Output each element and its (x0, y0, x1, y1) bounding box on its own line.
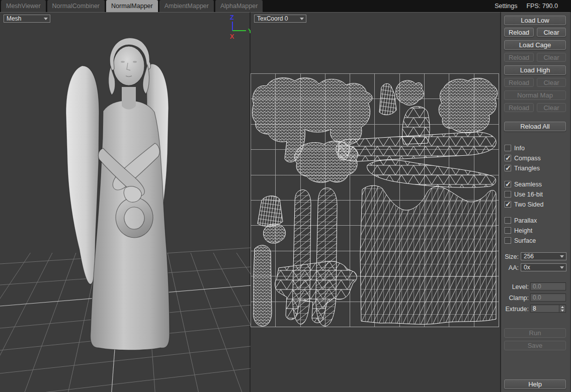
size-select[interactable]: 256 (521, 252, 566, 260)
uv-island (275, 261, 357, 323)
parallax-checkbox[interactable] (505, 217, 511, 224)
triangles-checkbox[interactable] (505, 165, 511, 171)
tab-ambientmapper[interactable]: AmbientMapper (159, 0, 214, 12)
save-button[interactable]: Save (504, 341, 566, 350)
uv-island (367, 160, 496, 187)
load-cage-button[interactable]: Load Cage (504, 40, 566, 50)
normal-map-button[interactable]: Normal Map (504, 90, 566, 100)
checkbox-row-seamless[interactable]: Seamless (505, 180, 542, 188)
extrude-label: Extrude: (501, 306, 529, 313)
spinner-down-icon[interactable] (559, 309, 565, 312)
checkbox-row-parallax[interactable]: Parallax (505, 217, 537, 224)
statue-neck (122, 87, 136, 110)
spinner-buttons[interactable] (559, 305, 565, 312)
axis-gizmo: Z Y X (230, 14, 251, 40)
clamp-input[interactable] (530, 293, 566, 302)
statue-3d-model (66, 38, 170, 350)
load-high-button[interactable]: Load High (504, 65, 566, 75)
statue-hands (124, 186, 141, 202)
spinner-up-icon[interactable] (559, 305, 565, 309)
reload-all-button[interactable]: Reload All (504, 122, 566, 131)
two-sided-checkbox[interactable] (505, 201, 511, 208)
checkbox-row-compass[interactable]: Compass (505, 154, 541, 162)
statue-left-wing (66, 66, 99, 284)
uv-island (264, 224, 286, 244)
checkbox-row-triangles[interactable]: Triangles (505, 164, 540, 172)
height-checkbox[interactable] (505, 227, 511, 234)
uv-island (360, 185, 496, 324)
tab-alphamapper[interactable]: AlphaMapper (215, 0, 263, 12)
high-reload-button[interactable]: Reload (504, 78, 534, 87)
nm-clear-button[interactable]: Clear (537, 103, 566, 112)
uv-island (295, 141, 358, 183)
tab-meshviewer[interactable]: MeshViewer (1, 0, 46, 12)
chevron-down-icon (300, 18, 304, 20)
axis-x-label: X (230, 33, 234, 40)
info-checkbox[interactable] (505, 145, 511, 151)
level-input[interactable] (530, 282, 566, 290)
nm-reload-button[interactable]: Reload (504, 103, 534, 112)
high-clear-button[interactable]: Clear (537, 78, 566, 87)
extrude-stepper[interactable] (530, 305, 566, 313)
axis-z-label: Z (230, 14, 234, 21)
chevron-down-icon (560, 266, 564, 269)
cage-reload-button[interactable]: Reload (504, 53, 534, 62)
use-16bit-checkbox[interactable] (505, 191, 511, 198)
uv-island (254, 245, 272, 326)
cage-clear-button[interactable]: Clear (537, 53, 566, 62)
clamp-label: Clamp: (501, 295, 529, 302)
statue-3d-render: Z Y X (0, 13, 251, 392)
uv-island (258, 196, 283, 227)
uv-island (396, 80, 424, 105)
top-tab-bar: MeshViewer NormalCombiner NormalMapper A… (0, 0, 571, 12)
aa-select[interactable]: 0x (521, 263, 566, 271)
aa-label: AA: (501, 264, 519, 271)
level-label: Level: (501, 283, 529, 290)
low-clear-button[interactable]: Clear (537, 28, 566, 37)
mesh-3d-viewport[interactable]: Z Y X Mesh (0, 12, 251, 392)
settings-button[interactable]: Settings (495, 3, 517, 10)
chevron-down-icon (560, 255, 564, 258)
size-label: Size: (501, 253, 519, 260)
uv-layout-viewport[interactable]: TexCoord 0 (251, 12, 501, 392)
checkbox-row-info[interactable]: Info (505, 144, 525, 152)
tab-strip: MeshViewer NormalCombiner NormalMapper A… (0, 0, 263, 12)
statue-face (113, 46, 144, 85)
control-panel: Load Low Reload Clear Load Cage Reload C… (501, 12, 570, 392)
low-reload-button[interactable]: Reload (504, 28, 534, 37)
surface-checkbox[interactable] (505, 237, 511, 244)
checkbox-row-twosided[interactable]: Two Sided (505, 201, 543, 208)
checkbox-row-height[interactable]: Height (505, 227, 532, 234)
texcoord-select[interactable]: TexCoord 0 (254, 15, 306, 23)
checkbox-row-16bit[interactable]: Use 16-bit (505, 190, 543, 198)
seamless-checkbox[interactable] (505, 181, 511, 187)
mesh-mode-select[interactable]: Mesh (4, 15, 50, 23)
uv-island (439, 78, 498, 133)
load-low-button[interactable]: Load Low (504, 16, 566, 25)
compass-checkbox[interactable] (505, 155, 511, 161)
statue-body (91, 101, 170, 350)
run-button[interactable]: Run (504, 328, 566, 338)
help-button[interactable]: Help (504, 379, 566, 389)
tab-normalmapper[interactable]: NormalMapper (106, 0, 158, 12)
fps-counter: FPS: 790.0 (526, 3, 558, 10)
checkbox-row-surface[interactable]: Surface (505, 237, 536, 244)
uv-island (379, 83, 396, 115)
tab-normalcombiner[interactable]: NormalCombiner (47, 0, 105, 12)
uv-islands (251, 13, 501, 392)
chevron-down-icon (44, 18, 48, 20)
